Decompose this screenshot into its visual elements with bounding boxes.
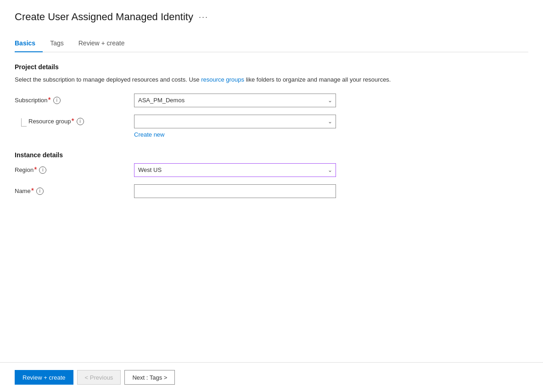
region-select[interactable]: West US East US Central US	[134, 163, 336, 177]
instance-details-section: Instance details Region * i West US East…	[15, 151, 528, 198]
tab-basics[interactable]: Basics	[15, 36, 43, 52]
region-select-wrapper: West US East US Central US ⌄	[134, 163, 336, 177]
corner-line	[21, 118, 27, 127]
description-text-2: like folders to organize and manage all …	[244, 76, 391, 83]
name-input[interactable]	[134, 184, 336, 198]
review-create-button[interactable]: Review + create	[15, 370, 73, 385]
subscription-label-col: Subscription * i	[15, 94, 134, 105]
project-details-title: Project details	[15, 63, 528, 71]
subscription-select[interactable]: ASA_PM_Demos	[134, 94, 336, 107]
name-label-col: Name * i	[15, 184, 134, 195]
resource-group-row: Resource group * i ⌄ Create new	[15, 115, 528, 138]
name-row: Name * i	[15, 184, 528, 198]
name-label: Name	[15, 188, 31, 194]
tab-bar: Basics Tags Review + create	[15, 36, 528, 52]
resource-group-indent: Resource group * i	[15, 115, 134, 127]
resource-group-select-wrapper: ⌄	[134, 115, 336, 128]
subscription-info-icon: i	[53, 97, 61, 104]
region-row: Region * i West US East US Central US ⌄	[15, 163, 528, 177]
resource-group-info-icon: i	[77, 118, 84, 125]
subscription-select-wrapper: ASA_PM_Demos ⌄	[134, 94, 336, 107]
resource-group-label: Resource group	[28, 118, 71, 125]
previous-button[interactable]: < Previous	[77, 370, 121, 385]
subscription-label: Subscription	[15, 97, 48, 104]
name-required: *	[31, 187, 34, 195]
page-container: Create User Assigned Managed Identity ··…	[0, 0, 543, 392]
page-title: Create User Assigned Managed Identity	[15, 11, 193, 23]
description-text-1: Select the subscription to manage deploy…	[15, 76, 201, 83]
project-details-description: Select the subscription to manage deploy…	[15, 75, 528, 84]
region-info-icon: i	[39, 166, 46, 174]
region-control-col: West US East US Central US ⌄	[134, 163, 336, 177]
page-title-row: Create User Assigned Managed Identity ··…	[15, 11, 528, 23]
region-label-col: Region * i	[15, 163, 134, 174]
resource-groups-link[interactable]: resource groups	[201, 76, 244, 83]
name-info-icon: i	[36, 188, 44, 195]
resource-group-required: *	[72, 117, 74, 126]
region-required: *	[34, 166, 37, 174]
project-details-section: Project details Select the subscription …	[15, 63, 528, 138]
subscription-row: Subscription * i ASA_PM_Demos ⌄	[15, 94, 528, 107]
subscription-control-col: ASA_PM_Demos ⌄	[134, 94, 336, 107]
subscription-required: *	[48, 96, 51, 105]
tab-tags[interactable]: Tags	[43, 36, 71, 52]
instance-details-title: Instance details	[15, 151, 528, 159]
create-new-link[interactable]: Create new	[134, 131, 164, 138]
region-label: Region	[15, 166, 34, 173]
ellipsis-button[interactable]: ···	[199, 12, 208, 22]
tab-review-create[interactable]: Review + create	[71, 36, 132, 52]
main-content: Create User Assigned Managed Identity ··…	[0, 0, 543, 362]
footer: Review + create < Previous Next : Tags >	[0, 362, 543, 392]
resource-group-control-col: ⌄ Create new	[134, 115, 336, 138]
next-button[interactable]: Next : Tags >	[124, 370, 175, 385]
resource-group-select[interactable]	[134, 115, 336, 128]
name-control-col	[134, 184, 336, 198]
indent-decoration	[15, 115, 28, 127]
